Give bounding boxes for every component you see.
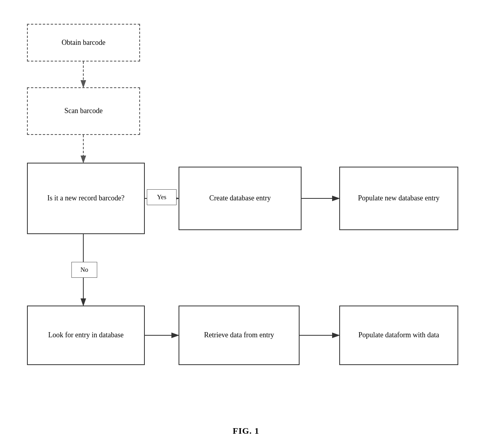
figure-caption: FIG. 1 (0, 426, 492, 436)
populate-new-label: Populate new database entry (358, 193, 439, 203)
yes-label-box: Yes (147, 189, 177, 205)
populate-dataform-label: Populate dataform with data (358, 330, 439, 340)
yes-label: Yes (157, 194, 166, 201)
obtain-barcode-box: Obtain barcode (27, 24, 140, 62)
no-label: No (81, 266, 88, 273)
retrieve-data-box: Retrieve data from entry (179, 306, 300, 365)
scan-barcode-label: Scan barcode (64, 106, 102, 116)
populate-new-box: Populate new database entry (339, 167, 458, 230)
retrieve-data-label: Retrieve data from entry (204, 330, 274, 340)
create-entry-label: Create database entry (209, 193, 271, 203)
obtain-barcode-label: Obtain barcode (62, 38, 105, 48)
create-entry-box: Create database entry (179, 167, 302, 230)
scan-barcode-box: Scan barcode (27, 87, 140, 135)
flowchart-diagram: Obtain barcode Scan barcode Is it a new … (0, 0, 492, 421)
populate-dataform-box: Populate dataform with data (339, 306, 458, 365)
decision-box: Is it a new record barcode? (27, 163, 145, 234)
look-for-entry-box: Look for entry in database (27, 306, 145, 365)
look-for-entry-label: Look for entry in database (48, 330, 124, 340)
decision-label: Is it a new record barcode? (47, 193, 124, 203)
no-label-box: No (71, 262, 97, 278)
caption-text: FIG. 1 (233, 426, 259, 436)
